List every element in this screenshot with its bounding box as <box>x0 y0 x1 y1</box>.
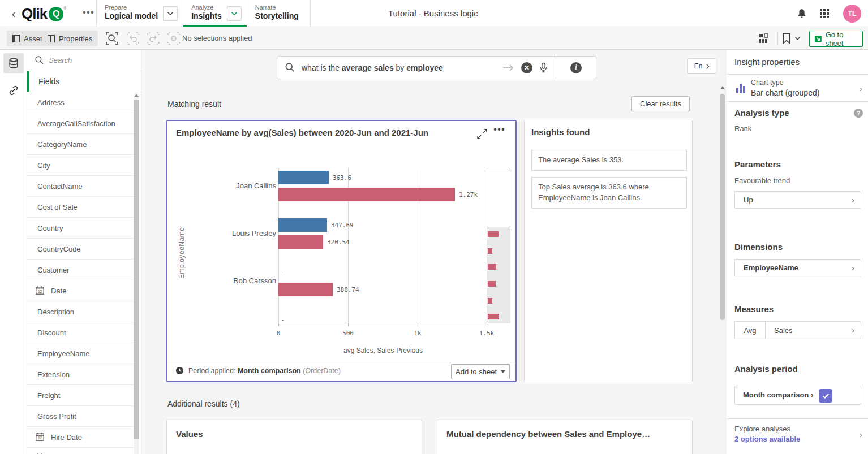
field-item-label: CountryCode <box>37 245 81 253</box>
field-item[interactable]: AverageCallSatisfaction <box>27 113 134 134</box>
clear-results-button[interactable]: Clear results <box>631 96 690 111</box>
field-item[interactable]: Cost of Sale <box>27 197 134 218</box>
clear-query-icon[interactable]: ✕ <box>521 62 532 73</box>
field-item-label: EmployeeName <box>37 349 90 358</box>
field-item[interactable]: Country <box>27 218 134 239</box>
measure-aggregation[interactable]: Avg <box>735 322 766 339</box>
search-query-text[interactable]: what is the average sales by employee <box>302 63 443 72</box>
nav-tab-analyze[interactable]: AnalyzeInsights <box>183 0 247 27</box>
field-item[interactable]: CategoryName <box>27 134 134 155</box>
step-forward-icon[interactable] <box>146 31 161 46</box>
body-row: Fields AddressAverageCallSatisfactionCat… <box>0 50 868 454</box>
bookmark-icon[interactable] <box>782 33 791 44</box>
chart-type-row[interactable]: Chart type Bar chart (grouped) › <box>727 75 868 102</box>
additional-result-card[interactable]: Mutual dependency between Sales and Empl… <box>437 420 693 454</box>
go-to-sheet-button[interactable]: Go to sheet <box>809 31 863 47</box>
submit-arrow-icon[interactable] <box>502 64 514 72</box>
nav-tab-narrate[interactable]: NarrateStorytelling <box>247 0 311 27</box>
chart-type-value: Bar chart (grouped) <box>751 88 819 97</box>
field-item[interactable]: Description <box>27 301 134 322</box>
language-button[interactable]: En <box>687 58 716 74</box>
analysis-period-checkbox[interactable] <box>819 389 832 403</box>
field-item[interactable]: City <box>27 155 134 176</box>
field-item-label: CategoryName <box>37 140 87 149</box>
additional-result-card[interactable]: Values <box>166 420 422 454</box>
field-item[interactable]: ContactName <box>27 176 134 197</box>
main-scroll-up-arrow[interactable] <box>720 86 725 89</box>
dimensions-heading: Dimensions <box>734 242 783 252</box>
data-model-button[interactable] <box>3 53 24 73</box>
analysis-period-value[interactable]: Month comparison › <box>743 391 813 399</box>
bookmark-chevron-icon[interactable] <box>794 36 801 41</box>
bar-avg-sales[interactable] <box>278 218 327 232</box>
bar-value-label: 320.54 <box>327 239 350 246</box>
bar-sales-previous[interactable] <box>278 188 455 201</box>
bar-sales-previous[interactable] <box>278 235 323 249</box>
result-card-title: Mutual dependency between Sales and Empl… <box>446 429 650 439</box>
sheet-layout-icon[interactable] <box>758 33 770 44</box>
bar-avg-sales[interactable] <box>278 171 329 184</box>
field-item-label: Discount <box>37 328 66 337</box>
info-icon[interactable]: i <box>570 62 582 73</box>
app-launcher-grid-icon[interactable] <box>819 8 830 19</box>
nav-tab-prepare[interactable]: PrepareLogical model <box>97 0 183 27</box>
explore-analyses-row[interactable]: Explore analyses 2 options available › <box>727 418 868 454</box>
bar-sales-previous[interactable] <box>278 283 333 296</box>
calendar-icon: 12 <box>35 432 45 442</box>
chevron-down-icon[interactable] <box>227 6 242 21</box>
insight-search-bar[interactable]: what is the average sales by employee ✕ … <box>277 56 596 79</box>
minimap-bar <box>488 248 492 254</box>
bar-value-label: 347.69 <box>331 222 354 229</box>
selections-search-icon[interactable] <box>105 31 119 46</box>
microphone-icon[interactable] <box>539 62 548 73</box>
tick-mark <box>418 323 418 326</box>
help-icon[interactable]: ? <box>854 109 863 118</box>
field-item[interactable]: Customer <box>27 260 134 280</box>
dimension-button[interactable]: EmployeeName › <box>734 259 861 276</box>
chart-type-label: Chart type <box>751 79 784 87</box>
analysis-period-control: Month comparison › <box>734 386 861 405</box>
bar-chart-plot[interactable]: 363.61.27k347.69320.54-388.74- <box>278 168 488 323</box>
clear-selections-icon[interactable] <box>166 31 181 46</box>
field-item[interactable]: Freight <box>27 385 134 406</box>
chart-result-card[interactable]: EmployeeName by avg(Sales) between 2020-… <box>166 120 517 382</box>
field-item[interactable]: 12Hire Date <box>27 427 134 448</box>
scroll-up-arrow-icon[interactable] <box>134 94 139 97</box>
field-item[interactable]: Address <box>27 92 134 113</box>
add-to-sheet-button[interactable]: Add to sheet <box>451 364 510 379</box>
expand-chart-icon[interactable] <box>476 128 489 141</box>
field-item-label: Freight <box>37 391 60 400</box>
x-tick-label: 1k <box>408 330 427 337</box>
user-avatar[interactable]: TL <box>843 5 861 23</box>
more-menu-button[interactable]: ••• <box>83 7 94 18</box>
notifications-bell-icon[interactable] <box>797 8 807 19</box>
main-content: what is the average sales by employee ✕ … <box>141 50 727 454</box>
main-scroll-thumb[interactable] <box>720 94 725 320</box>
sidebar-scroll-thumb[interactable] <box>134 100 139 439</box>
link-button[interactable] <box>3 80 24 101</box>
explore-options-link[interactable]: 2 options available <box>734 435 800 443</box>
field-item[interactable]: Discount <box>27 322 134 343</box>
field-item[interactable]: EmployeeName <box>27 343 134 364</box>
field-item[interactable]: CountryCode <box>27 239 134 260</box>
field-item-label: Country <box>37 224 63 232</box>
chevron-down-icon[interactable] <box>163 6 178 21</box>
step-back-icon[interactable] <box>126 31 140 46</box>
chart-menu-icon[interactable]: ••• <box>493 124 507 137</box>
bar-value-label: 363.6 <box>333 174 351 181</box>
field-item[interactable]: Gross Profit <box>27 406 134 427</box>
favourable-trend-button[interactable]: Up › <box>734 191 861 209</box>
info-zone[interactable]: i <box>563 62 589 73</box>
field-item[interactable]: 12 <box>27 448 134 454</box>
field-item-label: Customer <box>37 266 69 274</box>
back-button[interactable]: ‹ <box>8 7 19 20</box>
field-item[interactable]: 12Date <box>27 280 134 301</box>
chart-minimap[interactable] <box>487 168 510 323</box>
fields-section-header[interactable]: Fields <box>27 71 141 92</box>
sidebar-search-input[interactable] <box>49 50 134 71</box>
minimap-viewport[interactable] <box>487 168 510 227</box>
measure-button[interactable]: Avg Sales › <box>734 321 861 339</box>
sidebar-scrollbar[interactable] <box>134 92 139 454</box>
field-item[interactable]: Extension <box>27 364 134 385</box>
properties-panel-button[interactable]: Properties <box>42 31 98 46</box>
